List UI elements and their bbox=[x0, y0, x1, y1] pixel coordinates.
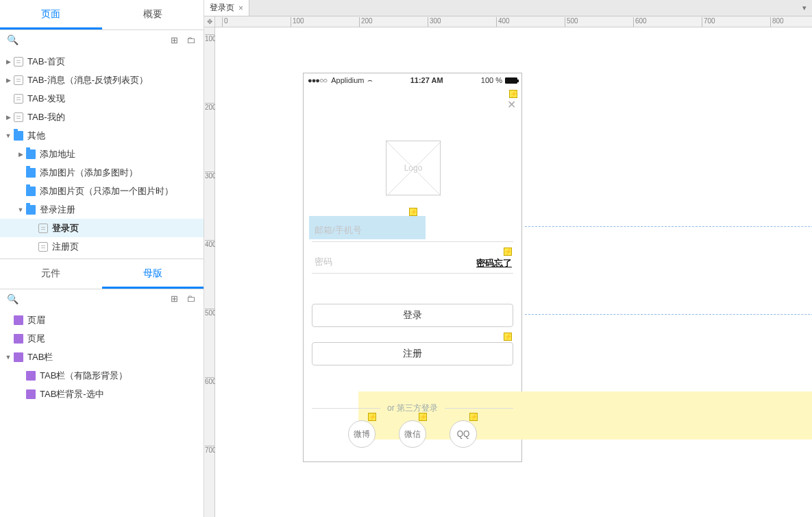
masters-search-input[interactable] bbox=[24, 293, 164, 304]
interaction-marker-icon[interactable]: ⚡ bbox=[509, 90, 517, 98]
social-label: 微博 bbox=[354, 429, 370, 440]
add-page-icon[interactable]: ⊞ bbox=[169, 35, 180, 45]
disclosure-icon[interactable]: ▼ bbox=[4, 354, 12, 361]
interaction-marker-icon[interactable]: ⚡ bbox=[419, 413, 427, 421]
tab-overview[interactable]: 概要 bbox=[102, 0, 204, 29]
tree-row[interactable]: ▶TAB-首页 bbox=[0, 52, 204, 71]
tree-row[interactable]: TAB-发现 bbox=[0, 89, 204, 108]
tree-row[interactable]: TAB栏背景-选中 bbox=[0, 385, 204, 404]
interaction-marker-icon[interactable]: ⚡ bbox=[469, 413, 478, 421]
tree-label: 页眉 bbox=[27, 314, 45, 326]
disclosure-icon[interactable]: ▶ bbox=[16, 151, 25, 158]
password-placeholder: 密码 bbox=[315, 256, 332, 268]
social-weibo-button[interactable]: ⚡ 微博 bbox=[348, 420, 376, 448]
email-field[interactable]: 邮箱/手机号 bbox=[312, 219, 513, 242]
disclosure-icon[interactable]: ▶ bbox=[4, 58, 12, 65]
tree-label: 添加图片页（只添加一个图片时） bbox=[40, 185, 173, 197]
canvas-tab-login[interactable]: 登录页 × bbox=[204, 0, 249, 16]
lib-tabs: 元件 母版 bbox=[0, 259, 204, 289]
master-icon bbox=[26, 371, 36, 381]
disclosure-icon[interactable]: ▶ bbox=[4, 77, 12, 84]
interaction-marker-icon[interactable]: ⚡ bbox=[368, 413, 376, 421]
social-label: QQ bbox=[457, 429, 470, 439]
tree-row[interactable]: 添加图片页（只添加一个图片时） bbox=[0, 182, 204, 200]
masters-tree[interactable]: 页眉页尾▼TAB栏TAB栏（有隐形背景）TAB栏背景-选中 bbox=[0, 309, 204, 518]
ruler-vertical[interactable]: 100200300400500600700 bbox=[204, 27, 215, 517]
page-icon bbox=[38, 224, 48, 233]
ruler-tick: 200 bbox=[205, 103, 214, 111]
social-wechat-button[interactable]: ⚡ 微信 bbox=[399, 420, 426, 448]
interaction-marker-icon[interactable]: ⚡ bbox=[504, 333, 512, 341]
forgot-password-link[interactable]: 密码忘了 bbox=[476, 257, 512, 269]
canvas-tab-menu-icon[interactable]: ▾ bbox=[797, 0, 812, 16]
ruler-horizontal[interactable]: 0100200300400500600700800 bbox=[215, 16, 812, 27]
tree-label: 添加地址 bbox=[40, 148, 75, 160]
tree-row[interactable]: ▼TAB栏 bbox=[0, 348, 204, 367]
tree-row[interactable]: 注册页 bbox=[0, 237, 204, 256]
ruler-tick: 700 bbox=[702, 17, 715, 27]
tree-row[interactable]: ▶TAB-消息（消息-反馈列表页） bbox=[0, 71, 204, 89]
signal-icon: ●●●○○ bbox=[308, 76, 327, 84]
close-icon[interactable]: × bbox=[238, 3, 243, 13]
tree-label: 注册页 bbox=[52, 241, 79, 253]
or-label: or 第三方登录 bbox=[387, 402, 438, 414]
divider-third-party: or 第三方登录 bbox=[312, 402, 513, 414]
tree-label: 登录页 bbox=[52, 222, 79, 235]
ruler-tick: 300 bbox=[428, 17, 441, 27]
tab-pages[interactable]: 页面 bbox=[0, 0, 102, 29]
social-login-row: ⚡ 微博 ⚡ 微信 ⚡ QQ bbox=[304, 420, 521, 448]
pages-tree[interactable]: ▶TAB-首页▶TAB-消息（消息-反馈列表页）TAB-发现▶TAB-我的▼其他… bbox=[0, 49, 204, 258]
social-label: 微信 bbox=[404, 429, 421, 440]
master-icon bbox=[14, 334, 23, 344]
tree-row[interactable]: ▶TAB-我的 bbox=[0, 108, 204, 126]
tree-row[interactable]: 页眉 bbox=[0, 311, 204, 330]
social-qq-button[interactable]: ⚡ QQ bbox=[450, 420, 477, 448]
logo-placeholder[interactable]: Logo bbox=[386, 141, 441, 195]
tree-row[interactable]: ▶添加地址 bbox=[0, 145, 204, 163]
register-button[interactable]: 注册 bbox=[312, 342, 513, 365]
tree-row[interactable]: 添加图片（添加多图时） bbox=[0, 163, 204, 182]
close-icon[interactable]: ✕ bbox=[507, 98, 516, 111]
master-icon bbox=[14, 315, 23, 325]
status-bar: ●●●○○ Applidium ⌢ 11:27 AM 100 % bbox=[304, 73, 521, 87]
page-icon bbox=[14, 112, 23, 122]
ruler-tick: 800 bbox=[770, 17, 784, 27]
disclosure-icon[interactable]: ▼ bbox=[16, 206, 25, 213]
tree-row[interactable]: ▼登录注册 bbox=[0, 200, 204, 219]
login-button[interactable]: 登录 bbox=[312, 304, 513, 327]
add-master-folder-icon[interactable]: 🗀 bbox=[185, 293, 197, 304]
device-frame[interactable]: ●●●○○ Applidium ⌢ 11:27 AM 100 % ⚡ ✕ Log… bbox=[303, 73, 522, 462]
battery-percent: 100 % bbox=[481, 76, 502, 84]
tree-row[interactable]: ▼其他 bbox=[0, 126, 204, 145]
add-master-icon[interactable]: ⊞ bbox=[169, 293, 180, 304]
battery-icon bbox=[505, 77, 517, 84]
master-icon bbox=[14, 352, 23, 362]
ruler-tick: 700 bbox=[205, 446, 214, 454]
tree-label: 页尾 bbox=[27, 333, 45, 345]
canvas[interactable]: · 输入邮箱/手机号后（即激活密码是否注册过该账号 · 登录成功后自动跳转到登录… bbox=[215, 27, 812, 517]
ruler-origin-icon[interactable]: ✥ bbox=[204, 16, 215, 27]
tab-widgets[interactable]: 元件 bbox=[0, 259, 102, 289]
tree-label: TAB栏背景-选中 bbox=[40, 388, 104, 400]
tree-label: TAB-消息（消息-反馈列表页） bbox=[27, 74, 148, 86]
ruler-tick: 0 bbox=[222, 17, 228, 27]
statusbar-time: 11:27 AM bbox=[376, 76, 478, 84]
pages-search-input[interactable] bbox=[24, 35, 164, 45]
add-folder-icon[interactable]: 🗀 bbox=[185, 35, 197, 45]
tree-row[interactable]: TAB栏（有隐形背景） bbox=[0, 367, 204, 385]
annotation-connector bbox=[525, 314, 812, 315]
tree-row[interactable]: 登录页 bbox=[0, 219, 204, 237]
tree-label: TAB栏 bbox=[27, 351, 53, 363]
folder-icon bbox=[26, 205, 36, 215]
ruler-tick: 200 bbox=[359, 17, 373, 27]
search-icon: 🔍 bbox=[7, 34, 19, 45]
disclosure-icon[interactable]: ▶ bbox=[4, 114, 12, 121]
disclosure-icon[interactable]: ▼ bbox=[4, 132, 12, 139]
ruler-tick: 600 bbox=[205, 377, 214, 385]
interaction-marker-icon[interactable]: ⚡ bbox=[409, 208, 417, 216]
ruler-tick: 400 bbox=[205, 240, 214, 248]
tab-masters[interactable]: 母版 bbox=[102, 259, 204, 289]
tree-row[interactable]: 页尾 bbox=[0, 330, 204, 348]
ruler-tick: 500 bbox=[565, 17, 578, 27]
carrier-label: Applidium bbox=[331, 76, 364, 84]
